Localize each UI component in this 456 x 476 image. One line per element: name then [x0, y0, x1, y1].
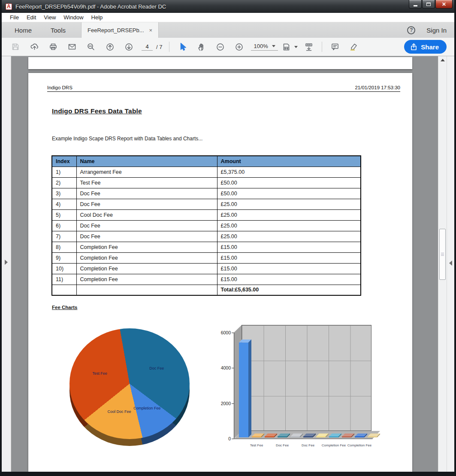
select-tool-button[interactable] [173, 39, 192, 54]
bar-chart-plot-area [242, 325, 371, 431]
previous-page-button[interactable] [100, 39, 119, 54]
table-total-row: Total:£5,635.00 [52, 285, 361, 295]
bar-front-face [303, 437, 313, 437]
upload-cloud-icon [30, 42, 39, 51]
table-row: 8)Completion Fee£15.00 [52, 242, 361, 252]
share-icon [410, 43, 417, 51]
table-row: 1)Arrangement Fee£5,375.00 [52, 167, 361, 177]
previous-page-bottom [28, 57, 412, 69]
x-axis-tick-label: Doc Fee [294, 443, 322, 448]
scrollbar-thumb[interactable] [439, 229, 446, 280]
navigation-pane-strip[interactable] [2, 56, 11, 472]
tab-tools[interactable]: Tools [41, 22, 75, 38]
close-icon: ✕ [442, 1, 446, 7]
tab-document[interactable]: FeeReport_DRSEPb... × [81, 22, 159, 38]
toolbar: 4 / 7 100% [2, 38, 454, 56]
pdf-header-timestamp: 21/01/2019 17:53:30 [355, 85, 400, 90]
cell-amount: £25.00 [217, 199, 361, 209]
column-header-name: Name [76, 156, 217, 167]
column-header-amount: Amount [217, 156, 361, 167]
next-page-button[interactable] [119, 39, 138, 54]
chevron-down-icon [272, 45, 275, 47]
cell-amount: £25.00 [217, 231, 361, 242]
page-number-input[interactable]: 4 [142, 43, 153, 51]
email-button[interactable] [63, 39, 82, 54]
fee-bar-chart: 0200040006000Test FeeDoc FeeDoc FeeCompl… [221, 320, 418, 461]
help-icon[interactable]: ? [407, 26, 415, 34]
cell-amount: £5,375.00 [217, 167, 361, 177]
cell-index: 1) [52, 167, 76, 177]
y-axis-tick-label: 6000 [220, 330, 231, 335]
tools-pane-collapse-icon[interactable] [449, 261, 452, 266]
search-button[interactable] [82, 39, 100, 54]
cell-name: Doc Fee [76, 220, 217, 231]
table-row: 4)Doc Fee£25.00 [52, 199, 361, 209]
fee-pie-chart: Doc FeeCompletion FeeCool Doc FeeTest Fe… [69, 328, 190, 447]
cell-index: 4) [52, 199, 76, 209]
column-header-index: Index [52, 156, 76, 167]
cell-amount: £15.00 [217, 274, 361, 285]
maximize-button[interactable] [422, 0, 435, 9]
sign-in-button[interactable]: Sign In [426, 27, 447, 34]
cell-name: Completion Fee [76, 252, 217, 263]
menu-file[interactable]: File [6, 14, 23, 21]
highlight-button[interactable] [344, 39, 363, 54]
hand-tool-button[interactable] [192, 39, 211, 54]
table-row: 3)Doc Fee£50.00 [52, 188, 361, 199]
cell-name: Test Fee [76, 177, 217, 188]
y-axis-tick [232, 439, 234, 439]
tab-close-icon[interactable]: × [149, 27, 153, 33]
upload-cloud-button[interactable] [25, 39, 44, 54]
cell-name: Doc Fee [76, 231, 217, 242]
minimize-button[interactable] [409, 0, 422, 9]
zoom-out-icon [216, 42, 225, 52]
table-total-amount: Total:£5,635.00 [217, 285, 361, 295]
save-icon [11, 42, 20, 51]
menu-view[interactable]: View [40, 14, 60, 21]
tools-pane-strip[interactable] [447, 56, 454, 472]
acrobat-window: FeeReport_DRSEPb54Vo9h.pdf - Adobe Acrob… [0, 0, 456, 476]
zoom-level-dropdown[interactable]: 100% [251, 43, 278, 51]
close-button[interactable]: ✕ [435, 0, 453, 9]
bar-front-face [329, 437, 338, 437]
menu-edit[interactable]: Edit [23, 14, 40, 21]
select-tool-icon [178, 42, 187, 52]
print-button[interactable] [44, 39, 63, 54]
menu-bar: File Edit View Window Help [2, 13, 454, 22]
cell-name: Completion Fee [76, 242, 217, 252]
pdf-header-left: Indigo DRS [47, 85, 72, 90]
fit-width-button[interactable] [281, 39, 299, 54]
bar-front-face [265, 437, 274, 437]
zoom-in-button[interactable] [230, 39, 248, 54]
scroll-up-icon[interactable] [438, 56, 447, 64]
pie-slice-label: Cool Doc Fee [108, 409, 131, 414]
table-row: 10)Completion Fee£15.00 [52, 263, 361, 274]
menu-help[interactable]: Help [88, 14, 107, 21]
comment-icon [331, 42, 339, 51]
bar-front-face [290, 437, 300, 437]
cell-name: Doc Fee [76, 188, 217, 199]
highlight-icon [349, 42, 358, 52]
x-axis-tick-label: Completion Fee [346, 443, 373, 448]
tab-document-label: FeeReport_DRSEPb... [88, 27, 144, 33]
print-icon [49, 42, 57, 51]
title-bar[interactable]: FeeReport_DRSEPb54Vo9h.pdf - Adobe Acrob… [2, 0, 454, 13]
reading-mode-icon [304, 42, 314, 52]
save-button[interactable] [6, 39, 25, 54]
share-button[interactable]: Share [404, 40, 447, 54]
search-icon [87, 42, 95, 51]
zoom-out-button[interactable] [211, 39, 230, 54]
reading-mode-button[interactable] [299, 39, 318, 54]
cell-amount: £25.00 [217, 209, 361, 220]
bar-side-face [248, 340, 251, 437]
menu-window[interactable]: Window [60, 14, 87, 21]
comment-button[interactable] [326, 39, 344, 54]
pie-slice-label: Doc Fee [149, 366, 164, 370]
nav-pane-expand-icon[interactable] [5, 260, 8, 265]
pie-chart [69, 328, 190, 439]
toolbar-divider [169, 42, 169, 52]
tab-home[interactable]: Home [5, 22, 41, 38]
cell-index: 3) [52, 188, 76, 199]
vertical-scrollbar[interactable] [438, 56, 447, 472]
cell-amount: £25.00 [217, 220, 361, 231]
